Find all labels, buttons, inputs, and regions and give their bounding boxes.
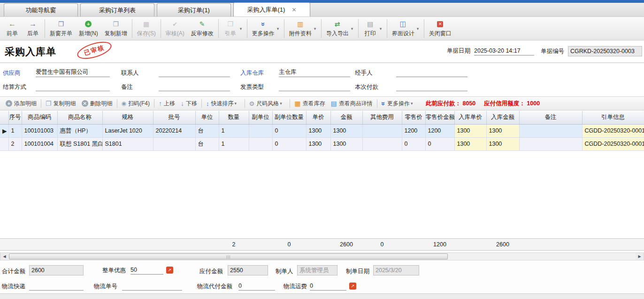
new-window-doc-button[interactable]: ❐新窗开单 (46, 18, 76, 39)
cell[interactable]: 1 (8, 124, 22, 137)
close-window-button[interactable]: ✕关闭窗口 (426, 18, 455, 39)
handler-field[interactable] (396, 68, 468, 77)
cell[interactable]: CGDD-20250320-0001 (582, 124, 644, 137)
cell[interactable] (249, 137, 272, 150)
cell[interactable] (519, 124, 582, 137)
more-actions-detail-button[interactable]: »更多操作 (379, 97, 419, 110)
cell[interactable] (153, 137, 195, 150)
column-header[interactable]: 序号 (8, 111, 22, 124)
cell[interactable]: 100101003 (22, 124, 57, 137)
horizontal-scrollbar[interactable]: ◀ ||| ▶ (0, 252, 644, 260)
audit-button[interactable]: ✔审核(A) (162, 18, 188, 39)
table-row[interactable]: 2100101004联想 S1801 黑白S1801台1013001300001… (0, 137, 644, 150)
add-new-button[interactable]: +新增(N) (76, 18, 101, 39)
doc-date-field[interactable] (474, 46, 534, 55)
column-header[interactable]: 单位 (195, 111, 219, 124)
column-header[interactable]: 零售价 (402, 111, 425, 124)
unaudit-modify-button[interactable]: ✎反审修改 (188, 18, 217, 39)
more-actions-button[interactable]: »更多操作 (249, 18, 278, 39)
cell[interactable]: 1300 (306, 137, 330, 150)
cell[interactable]: 惠普（HP） (57, 124, 102, 137)
cell[interactable]: 0 (402, 137, 425, 150)
next-doc-button[interactable]: →后单 (23, 18, 43, 39)
cell[interactable]: 1200 (425, 124, 454, 137)
cell[interactable]: 2 (8, 137, 22, 150)
dropdown-arrow-icon[interactable] (411, 101, 415, 106)
scan-code-button[interactable]: ◉扫码(F4) (119, 97, 153, 110)
ui-design-button[interactable]: ◫界面设计 (389, 18, 418, 39)
save-button[interactable]: ▦保存(S) (134, 18, 159, 39)
pull-order-button[interactable]: ❒引单 (220, 18, 241, 39)
cell[interactable]: 1300 (486, 137, 519, 150)
cell[interactable] (362, 124, 402, 137)
column-header[interactable]: 商品名称 (57, 111, 102, 124)
settle-method-field[interactable] (36, 82, 110, 91)
dropdown-arrow-icon[interactable] (235, 101, 239, 106)
cell[interactable]: 0 (425, 137, 454, 150)
import-export-button[interactable]: ⇄导入导出 (323, 18, 352, 39)
column-header[interactable]: 规格 (102, 111, 153, 124)
freight-edit-icon[interactable]: ↗ (349, 283, 356, 290)
quick-sort-button[interactable]: ↕快速排序 (203, 97, 243, 110)
column-header[interactable]: 数量 (219, 111, 249, 124)
tab-purchase-order[interactable]: 采购订单(1) (157, 3, 231, 16)
logistics-no-field[interactable] (122, 281, 182, 291)
column-header[interactable]: 金额 (330, 111, 362, 124)
cell[interactable]: 1 (219, 137, 249, 150)
column-header[interactable]: 副单位 (249, 111, 272, 124)
move-down-button[interactable]: ↓下移 (178, 97, 200, 110)
cell[interactable]: 台 (195, 124, 219, 137)
print-button[interactable]: ▤打印 (360, 18, 381, 39)
warehouse-field[interactable] (279, 68, 350, 77)
cell[interactable]: 1300 (330, 137, 362, 150)
tab-close-icon[interactable]: ✕ (291, 7, 296, 13)
view-stock-button[interactable]: ▦查看库存 (291, 97, 328, 110)
cell[interactable]: 0 (272, 137, 306, 150)
tab-nav-window[interactable]: 功能导航窗 (4, 3, 78, 16)
column-header[interactable]: 其他费用 (362, 111, 402, 124)
scrollbar-thumb[interactable]: ||| (9, 253, 448, 260)
tab-purchase-inbound[interactable]: 采购入库单(1) ✕ (233, 2, 310, 16)
size-style-button[interactable]: ⚙尺码风格 (246, 97, 289, 110)
scroll-left-icon[interactable]: ◀ (0, 253, 8, 260)
cell[interactable]: 1300 (486, 124, 519, 137)
invoice-type-field[interactable] (279, 82, 350, 91)
attachments-button[interactable]: ▥附件资料 (286, 18, 315, 39)
order-discount-field[interactable] (130, 265, 163, 275)
cell[interactable]: 1300 (454, 137, 486, 150)
copy-detail-button[interactable]: ❐复制明细 (43, 97, 79, 110)
cell[interactable]: 台 (195, 137, 219, 150)
logistics-freight-field[interactable] (310, 281, 346, 291)
cell[interactable]: 1 (219, 124, 249, 137)
cell[interactable]: CGDD-20250320-0001 (582, 137, 644, 150)
scroll-right-icon[interactable]: ▶ (636, 253, 644, 260)
cell[interactable]: 1300 (330, 124, 362, 137)
cell[interactable]: 20220214 (153, 124, 195, 137)
cell[interactable]: 1300 (306, 124, 330, 137)
prev-doc-button[interactable]: ←前单 (2, 18, 23, 39)
column-header[interactable]: 商品编码 (22, 111, 57, 124)
column-header[interactable]: 批号 (153, 111, 195, 124)
tab-purchase-order-list[interactable]: 采购订单列表 (80, 3, 154, 16)
cell[interactable]: S1801 (102, 137, 153, 150)
column-header[interactable]: 入库单价 (454, 111, 486, 124)
cell[interactable]: LaserJet 1020 (102, 124, 153, 137)
dropdown-arrow-icon[interactable] (280, 101, 284, 106)
cell[interactable]: 联想 S1801 黑白 (57, 137, 102, 150)
move-up-button[interactable]: ↑上移 (156, 97, 178, 110)
delete-detail-button[interactable]: ✕删除明细 (79, 97, 115, 110)
column-header[interactable]: 备注 (519, 111, 582, 124)
logistics-paid-field[interactable] (238, 281, 275, 291)
copy-new-button[interactable]: ❐复制新增 (101, 18, 130, 39)
discount-edit-icon[interactable]: ↗ (166, 267, 173, 274)
remark-field[interactable] (159, 82, 230, 91)
column-header[interactable]: 副单位数量 (272, 111, 306, 124)
column-header[interactable]: 零售价金额 (425, 111, 454, 124)
column-header[interactable]: 入库金额 (486, 111, 519, 124)
column-header[interactable]: 单价 (306, 111, 330, 124)
cell[interactable] (519, 137, 582, 150)
logistics-express-field[interactable] (29, 281, 84, 291)
add-detail-button[interactable]: +添加明细 (3, 97, 39, 110)
cell[interactable] (249, 124, 272, 137)
column-header[interactable]: 引单信息 (582, 111, 644, 124)
